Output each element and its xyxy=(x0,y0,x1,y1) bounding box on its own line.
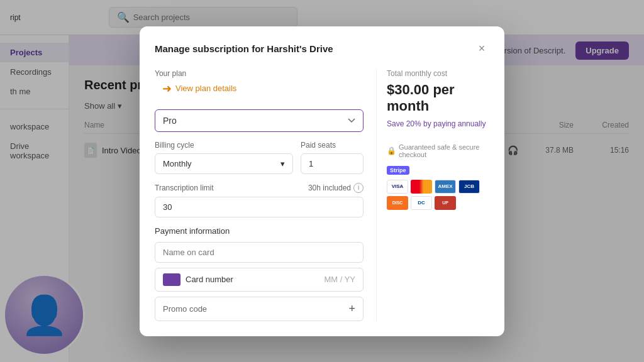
price: $30.00 per month xyxy=(387,82,489,114)
paid-seats-label: Paid seats xyxy=(301,141,364,150)
paid-seats-input[interactable] xyxy=(301,153,364,174)
transcription-row: Transcription limit 30h included i xyxy=(155,183,364,193)
promo-code-label: Promo code xyxy=(163,304,207,314)
unionpay-icon: UP xyxy=(435,196,456,210)
mm-yy-placeholder: MM / YY xyxy=(324,275,355,284)
your-plan-label: Your plan xyxy=(155,69,364,78)
info-icon[interactable]: i xyxy=(353,183,364,193)
secure-checkout: 🔒 Guaranteed safe & secure checkout xyxy=(387,143,489,158)
billing-seats-row: Billing cycle Monthly ▾ Paid seats xyxy=(155,141,364,174)
discover-icon: DISC xyxy=(387,196,408,210)
app-background: ript 🔍 Projects Recordings th me workspa… xyxy=(0,0,644,362)
modal-right-panel: Total monthly cost $30.00 per month Save… xyxy=(376,69,489,321)
mastercard-icon: MC xyxy=(411,180,432,194)
card-number-row[interactable]: Card number MM / YY xyxy=(155,268,364,292)
your-plan-row: Your plan ➜ View plan details Pro xyxy=(155,69,364,132)
billing-cycle-label: Billing cycle xyxy=(155,141,293,150)
modal-body: Your plan ➜ View plan details Pro xyxy=(155,69,489,321)
modal-overlay: Manage subscription for Harshit's Drive … xyxy=(0,0,644,362)
promo-code-row[interactable]: Promo code + xyxy=(155,297,364,321)
payment-label: Payment information xyxy=(155,226,364,236)
card-number-label: Card number xyxy=(186,275,319,284)
jcb-icon: JCB xyxy=(458,180,480,194)
modal-title: Manage subscription for Harshit's Drive xyxy=(155,43,333,54)
billing-cycle-col: Billing cycle Monthly ▾ xyxy=(155,141,293,174)
modal-form-panel: Manage subscription for Harshit's Drive … xyxy=(140,26,504,336)
transcription-input[interactable] xyxy=(155,197,364,217)
view-plan-link[interactable]: ➜ View plan details xyxy=(162,82,236,96)
stripe-badge: Stripe xyxy=(387,166,409,175)
amex-icon: AMEX xyxy=(435,180,456,194)
diners-icon: DC xyxy=(411,196,432,210)
transcription-label: Transcription limit xyxy=(155,184,214,192)
plan-select[interactable]: Pro xyxy=(155,109,364,132)
chevron-down-icon: ▾ xyxy=(280,159,285,168)
paid-seats-col: Paid seats xyxy=(301,141,364,174)
close-button[interactable]: × xyxy=(474,41,489,57)
arrow-icon: ➜ xyxy=(162,82,172,96)
transcription-included: 30h included i xyxy=(308,183,364,193)
name-on-card-input[interactable] xyxy=(155,242,364,263)
billing-cycle-dropdown[interactable]: Monthly ▾ xyxy=(155,153,293,174)
lock-icon: 🔒 xyxy=(387,146,396,155)
modal-form: Your plan ➜ View plan details Pro xyxy=(155,69,364,321)
plus-icon: + xyxy=(348,302,355,315)
subscription-modal: Manage subscription for Harshit's Drive … xyxy=(140,26,504,336)
save-annually-link[interactable]: Save 20% by paying annually xyxy=(387,119,489,128)
payment-cards-row: VISA MC AMEX JCB DISC DC UP xyxy=(387,180,489,210)
visa-card-icon: VISA xyxy=(387,180,408,194)
card-chip-icon xyxy=(163,273,180,286)
modal-header: Manage subscription for Harshit's Drive … xyxy=(155,41,489,57)
total-label: Total monthly cost xyxy=(387,69,489,78)
